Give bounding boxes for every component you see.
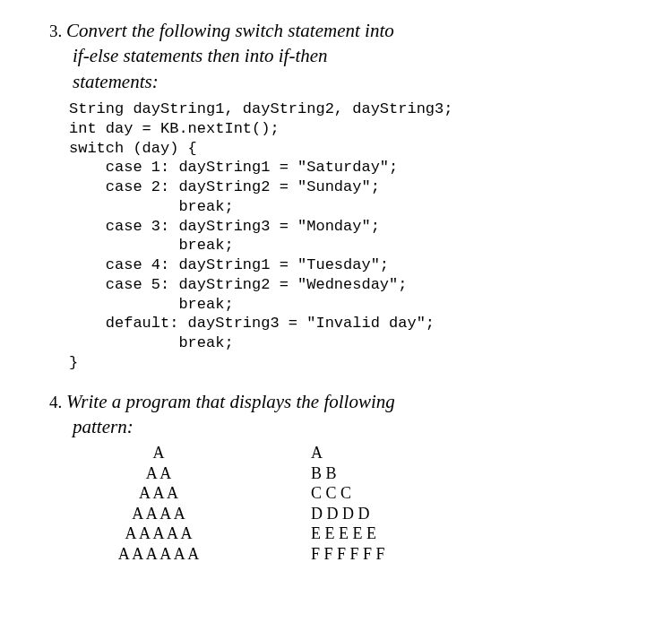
q4-line2-wrap: pattern: [73,414,636,439]
q3-line3-wrap: statements: [73,69,636,94]
q3-number: 3. [49,22,62,40]
pattern-right: A B B C C C D D D D E E E E E F F F F F … [311,443,385,564]
q3-prompt: 3. Convert the following switch statemen… [73,18,636,43]
q4-prompt: 4. Write a program that displays the fol… [73,389,636,414]
pattern-output: A A A A A A A A A A A A A A A A A A A A … [69,443,636,564]
question-3: 3. Convert the following switch statemen… [49,18,636,373]
q3-line1: Convert the following switch statement i… [66,20,394,41]
q3-line2: if-else statements then into if-then [73,45,328,66]
q3-line3: statements: [73,71,159,92]
pattern-left: A A A A A A A A A A A A A A A A A A A A … [69,443,248,564]
q4-line1: Write a program that displays the follow… [66,391,395,412]
question-4: 4. Write a program that displays the fol… [49,389,636,565]
q4-line2: pattern: [73,416,134,437]
q4-number: 4. [49,393,62,411]
q3-line2-wrap: if-else statements then into if-then [73,43,636,68]
q3-code-block: String dayString1, dayString2, dayString… [69,99,636,373]
